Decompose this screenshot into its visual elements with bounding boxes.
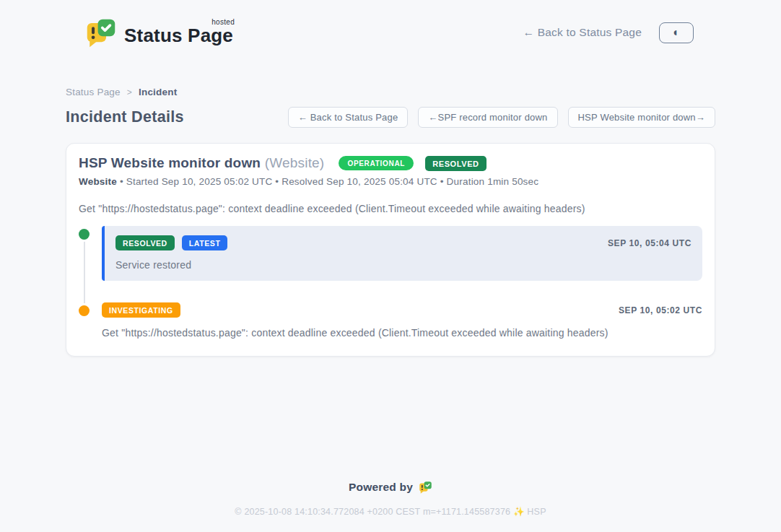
timeline-content: INVESTIGATING SEP 10, 05:02 UTC Get "htt… xyxy=(102,302,702,339)
footer: Powered by © 2025-10-08 14:10:34.772084 … xyxy=(0,481,781,517)
timeline-highlight-box: RESOLVED LATEST SEP 10, 05:04 UTC Servic… xyxy=(102,226,702,281)
timeline-event-header: INVESTIGATING SEP 10, 05:02 UTC xyxy=(102,302,702,318)
breadcrumb-separator: > xyxy=(127,87,132,97)
next-incident-button[interactable]: HSP Website monitor down→ xyxy=(568,107,715,128)
theme-toggle-button[interactable]: ◐ xyxy=(659,22,694,43)
title-row: Incident Details ← Back to Status Page ←… xyxy=(66,107,715,128)
incident-nav-buttons: ← Back to Status Page ←SPF record monito… xyxy=(288,107,715,128)
incident-title: HSP Website monitor down (Website) xyxy=(79,155,324,171)
incident-meta-component: Website xyxy=(79,176,117,187)
investigating-badge: INVESTIGATING xyxy=(102,302,180,318)
incident-timeline: RESOLVED LATEST SEP 10, 05:04 UTC Servic… xyxy=(79,226,702,339)
timeline-content: RESOLVED LATEST SEP 10, 05:04 UTC Servic… xyxy=(102,226,702,281)
header: hosted Status Page ← Back to Status Page… xyxy=(0,0,781,53)
timeline-timestamp: SEP 10, 05:02 UTC xyxy=(619,305,702,315)
back-to-status-page-button[interactable]: ← Back to Status Page xyxy=(288,107,409,128)
timeline-message: Service restored xyxy=(115,259,691,271)
previous-incident-button[interactable]: ←SPF record monitor down xyxy=(418,107,557,128)
timeline-event-investigating: INVESTIGATING SEP 10, 05:02 UTC Get "htt… xyxy=(79,302,702,339)
incident-title-row: HSP Website monitor down (Website) OPERA… xyxy=(79,155,702,171)
incident-meta-details: • Started Sep 10, 2025 05:02 UTC • Resol… xyxy=(120,176,538,187)
timeline-message: Get "https://hostedstatus.page": context… xyxy=(102,327,702,339)
copyright-text: © 2025-10-08 14:10:34.772084 +0200 CEST … xyxy=(0,506,781,517)
timeline-dot-resolved xyxy=(79,229,90,240)
timeline-dot-investigating xyxy=(79,305,90,316)
powered-by-label: Powered by xyxy=(349,481,413,494)
page-title: Incident Details xyxy=(66,108,184,126)
resolved-state-badge: RESOLVED xyxy=(425,156,487,171)
breadcrumb-status-page[interactable]: Status Page xyxy=(66,87,121,97)
incident-meta: Website • Started Sep 10, 2025 05:02 UTC… xyxy=(79,176,702,187)
operational-status-badge: OPERATIONAL xyxy=(339,156,414,170)
timeline-badges: RESOLVED LATEST xyxy=(115,235,227,250)
timeline-timestamp: SEP 10, 05:04 UTC xyxy=(608,238,691,248)
breadcrumb: Status Page > Incident xyxy=(66,87,715,97)
breadcrumb-incident: Incident xyxy=(139,87,177,97)
incident-card: HSP Website monitor down (Website) OPERA… xyxy=(66,143,715,357)
timeline-event-header: RESOLVED LATEST SEP 10, 05:04 UTC xyxy=(115,235,691,250)
header-back-link[interactable]: ← Back to Status Page xyxy=(523,26,642,39)
logo-text: hosted Status Page xyxy=(124,17,233,47)
contrast-icon: ◐ xyxy=(673,27,680,38)
status-page-logo-icon xyxy=(85,17,117,48)
latest-badge: LATEST xyxy=(182,235,228,250)
logo: hosted Status Page xyxy=(85,17,233,48)
logo-hosted-superscript: hosted xyxy=(211,18,235,26)
main-content: Status Page > Incident Incident Details … xyxy=(66,87,715,357)
incident-name: HSP Website monitor down xyxy=(79,155,261,170)
powered-by-link[interactable]: Powered by xyxy=(349,481,432,494)
incident-description: Get "https://hostedstatus.page": context… xyxy=(79,203,702,214)
timeline-event-resolved: RESOLVED LATEST SEP 10, 05:04 UTC Servic… xyxy=(79,226,702,281)
header-right: ← Back to Status Page ◐ xyxy=(523,22,694,43)
incident-component: (Website) xyxy=(265,155,325,170)
resolved-badge: RESOLVED xyxy=(115,235,175,250)
logo-title: Status Page xyxy=(124,25,233,46)
status-page-logo-icon-small xyxy=(419,481,432,494)
